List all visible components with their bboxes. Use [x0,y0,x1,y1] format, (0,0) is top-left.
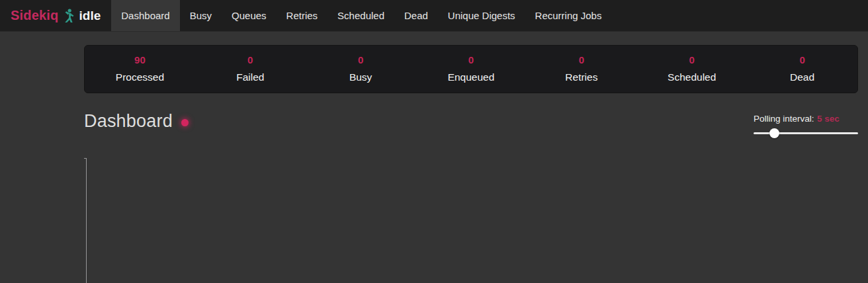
stat-retries-value: 0 [526,54,636,65]
stat-enqueued-label: Enqueued [416,71,527,83]
stat-processed[interactable]: 90 Processed [85,54,195,83]
nav-item-queues[interactable]: Queues [222,0,277,31]
stat-failed-label: Failed [195,71,306,83]
stat-dead-label: Dead [747,71,857,83]
nav-item-retries[interactable]: Retries [277,0,328,31]
top-navbar: Sidekiq idle Dashboard Busy Queues Retri… [0,0,868,32]
sidekiq-ninja-icon [64,9,75,23]
nav-item-busy[interactable]: Busy [180,0,222,31]
stat-processed-value: 90 [85,54,195,65]
stat-scheduled-value: 0 [636,54,747,65]
nav-item-unique-digests[interactable]: Unique Digests [438,0,525,31]
stat-enqueued-value: 0 [416,54,527,65]
stat-scheduled-label: Scheduled [636,71,747,83]
live-beacon-icon [181,119,189,126]
polling-control: Polling interval: 5 sec [754,112,858,138]
stats-summary-bar: 90 Processed 0 Failed 0 Busy 0 Enqueued … [84,45,858,93]
stat-scheduled[interactable]: 0 Scheduled [636,54,747,83]
nav-links: Dashboard Busy Queues Retries Scheduled … [111,0,611,31]
stat-enqueued[interactable]: 0 Enqueued [416,54,527,83]
brand-name: Sidekiq [11,8,59,23]
main-container: 90 Processed 0 Failed 0 Busy 0 Enqueued … [84,45,858,283]
graph-y-axis [86,158,87,283]
stat-busy-label: Busy [306,71,416,83]
stat-busy-value: 0 [306,54,416,65]
nav-item-recurring-jobs[interactable]: Recurring Jobs [525,0,612,31]
polling-label: Polling interval: [754,114,814,124]
page-header: Dashboard Polling interval: 5 sec [84,111,858,138]
page-title: Dashboard [84,111,173,132]
stat-failed[interactable]: 0 Failed [195,54,306,83]
nav-item-scheduled[interactable]: Scheduled [327,0,394,31]
stat-processed-label: Processed [85,71,195,83]
brand-status-text: idle [79,9,101,23]
nav-item-dead[interactable]: Dead [394,0,438,31]
page-title-wrap: Dashboard [84,111,189,132]
stat-dead[interactable]: 0 Dead [747,54,857,83]
polling-value: 5 sec [817,114,840,124]
stat-retries-label: Retries [526,71,636,83]
stat-busy[interactable]: 0 Busy [306,54,416,83]
sidekiq-dashboard-page: Sidekiq idle Dashboard Busy Queues Retri… [0,0,868,283]
polling-interval-slider[interactable] [754,128,858,138]
stat-failed-value: 0 [195,54,306,65]
brand-link[interactable]: Sidekiq idle [11,0,101,31]
nav-item-dashboard[interactable]: Dashboard [111,0,179,31]
stat-dead-value: 0 [747,54,857,65]
stat-retries[interactable]: 0 Retries [526,54,636,83]
realtime-graph [84,158,858,283]
